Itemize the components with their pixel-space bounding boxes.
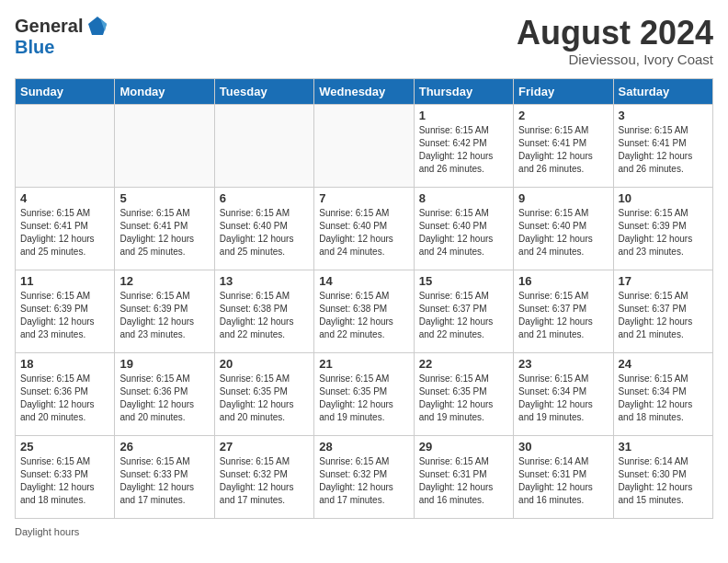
day-number: 12 [119,274,209,288]
calendar-day-cell: 29Sunrise: 6:15 AMSunset: 6:31 PMDayligh… [414,435,513,518]
calendar-day-cell: 7Sunrise: 6:15 AMSunset: 6:40 PMDaylight… [314,187,414,270]
day-number: 22 [419,357,508,371]
calendar-day-cell: 30Sunrise: 6:14 AMSunset: 6:31 PMDayligh… [514,435,613,518]
day-number: 9 [518,191,608,205]
day-info: Sunrise: 6:15 AMSunset: 6:37 PMDaylight:… [518,290,608,341]
day-info: Sunrise: 6:15 AMSunset: 6:31 PMDaylight:… [419,455,508,507]
day-number: 26 [119,440,209,454]
day-number: 5 [119,191,209,205]
day-number: 28 [319,440,408,454]
day-info: Sunrise: 6:15 AMSunset: 6:39 PMDaylight:… [119,290,209,341]
day-number: 8 [419,191,508,205]
calendar-day-cell [214,104,313,187]
day-number: 15 [419,274,508,288]
day-info: Sunrise: 6:15 AMSunset: 6:41 PMDaylight:… [619,124,708,176]
day-number: 29 [419,440,508,454]
day-info: Sunrise: 6:14 AMSunset: 6:30 PMDaylight:… [619,455,708,507]
day-number: 2 [518,109,608,122]
logo-blue-text: Blue [15,37,54,58]
calendar-day-cell: 5Sunrise: 6:15 AMSunset: 6:41 PMDaylight… [115,187,214,270]
calendar-day-header: Tuesday [214,78,313,104]
day-number: 25 [20,440,109,454]
calendar-day-cell: 18Sunrise: 6:15 AMSunset: 6:36 PMDayligh… [16,352,115,435]
day-info: Sunrise: 6:15 AMSunset: 6:40 PMDaylight:… [220,207,309,259]
day-number: 23 [518,357,608,371]
day-number: 31 [619,440,708,454]
calendar-day-cell: 12Sunrise: 6:15 AMSunset: 6:39 PMDayligh… [115,270,214,352]
day-info: Sunrise: 6:15 AMSunset: 6:35 PMDaylight:… [319,373,408,424]
calendar-day-cell: 10Sunrise: 6:15 AMSunset: 6:39 PMDayligh… [613,187,712,270]
calendar-week-row: 11Sunrise: 6:15 AMSunset: 6:39 PMDayligh… [16,270,713,352]
day-info: Sunrise: 6:15 AMSunset: 6:35 PMDaylight:… [220,373,309,424]
day-number: 1 [419,109,508,122]
footer-note: Daylight hours [15,526,713,537]
calendar-day-header: Saturday [613,78,712,104]
calendar-day-cell: 15Sunrise: 6:15 AMSunset: 6:37 PMDayligh… [414,270,513,352]
day-info: Sunrise: 6:15 AMSunset: 6:41 PMDaylight:… [119,207,209,259]
day-info: Sunrise: 6:15 AMSunset: 6:33 PMDaylight:… [20,455,109,507]
title-section: August 2024 Dieviessou, Ivory Coast [517,15,713,67]
logo-general-text: General [15,16,83,37]
day-info: Sunrise: 6:15 AMSunset: 6:32 PMDaylight:… [319,455,408,507]
calendar-day-header: Friday [514,78,613,104]
calendar-day-cell [314,104,414,187]
calendar-day-cell: 3Sunrise: 6:15 AMSunset: 6:41 PMDaylight… [613,104,712,187]
day-info: Sunrise: 6:15 AMSunset: 6:39 PMDaylight:… [619,207,708,259]
calendar-day-header: Sunday [16,78,115,104]
calendar-day-cell: 20Sunrise: 6:15 AMSunset: 6:35 PMDayligh… [214,352,313,435]
calendar-day-cell: 21Sunrise: 6:15 AMSunset: 6:35 PMDayligh… [314,352,414,435]
calendar-day-cell: 6Sunrise: 6:15 AMSunset: 6:40 PMDaylight… [214,187,313,270]
calendar-table: SundayMondayTuesdayWednesdayThursdayFrid… [15,78,713,519]
calendar-day-header: Wednesday [314,78,414,104]
calendar-day-cell: 25Sunrise: 6:15 AMSunset: 6:33 PMDayligh… [16,435,115,518]
day-number: 30 [518,440,608,454]
calendar-day-cell: 19Sunrise: 6:15 AMSunset: 6:36 PMDayligh… [115,352,214,435]
day-info: Sunrise: 6:15 AMSunset: 6:41 PMDaylight:… [20,207,109,259]
calendar-day-header: Monday [115,78,214,104]
day-number: 7 [319,191,408,205]
day-info: Sunrise: 6:15 AMSunset: 6:32 PMDaylight:… [220,455,309,507]
day-number: 3 [619,109,708,122]
day-number: 17 [619,274,708,288]
day-info: Sunrise: 6:15 AMSunset: 6:36 PMDaylight:… [20,373,109,424]
calendar-day-cell: 13Sunrise: 6:15 AMSunset: 6:38 PMDayligh… [214,270,313,352]
calendar-day-cell: 28Sunrise: 6:15 AMSunset: 6:32 PMDayligh… [314,435,414,518]
calendar-header-row: SundayMondayTuesdayWednesdayThursdayFrid… [16,78,713,104]
day-number: 27 [220,440,309,454]
calendar-day-cell: 8Sunrise: 6:15 AMSunset: 6:40 PMDaylight… [414,187,513,270]
calendar-day-cell: 27Sunrise: 6:15 AMSunset: 6:32 PMDayligh… [214,435,313,518]
day-info: Sunrise: 6:14 AMSunset: 6:31 PMDaylight:… [518,455,608,507]
day-number: 19 [119,357,209,371]
calendar-week-row: 25Sunrise: 6:15 AMSunset: 6:33 PMDayligh… [16,435,713,518]
day-number: 10 [619,191,708,205]
day-number: 24 [619,357,708,371]
calendar-week-row: 18Sunrise: 6:15 AMSunset: 6:36 PMDayligh… [16,352,713,435]
day-number: 18 [20,357,109,371]
day-info: Sunrise: 6:15 AMSunset: 6:39 PMDaylight:… [20,290,109,341]
calendar-day-cell: 9Sunrise: 6:15 AMSunset: 6:40 PMDaylight… [514,187,613,270]
day-info: Sunrise: 6:15 AMSunset: 6:35 PMDaylight:… [419,373,508,424]
day-number: 20 [220,357,309,371]
calendar-day-cell: 17Sunrise: 6:15 AMSunset: 6:37 PMDayligh… [613,270,712,352]
day-number: 4 [20,191,109,205]
day-info: Sunrise: 6:15 AMSunset: 6:37 PMDaylight:… [419,290,508,341]
calendar-day-header: Thursday [414,78,513,104]
calendar-week-row: 1Sunrise: 6:15 AMSunset: 6:42 PMDaylight… [16,104,713,187]
calendar-week-row: 4Sunrise: 6:15 AMSunset: 6:41 PMDaylight… [16,187,713,270]
calendar-day-cell: 22Sunrise: 6:15 AMSunset: 6:35 PMDayligh… [414,352,513,435]
calendar-day-cell: 14Sunrise: 6:15 AMSunset: 6:38 PMDayligh… [314,270,414,352]
day-info: Sunrise: 6:15 AMSunset: 6:34 PMDaylight:… [518,373,608,424]
day-number: 21 [319,357,408,371]
calendar-day-cell [115,104,214,187]
day-number: 16 [518,274,608,288]
month-year-title: August 2024 [517,15,713,52]
calendar-day-cell: 4Sunrise: 6:15 AMSunset: 6:41 PMDaylight… [16,187,115,270]
day-info: Sunrise: 6:15 AMSunset: 6:41 PMDaylight:… [518,124,608,176]
day-number: 14 [319,274,408,288]
day-info: Sunrise: 6:15 AMSunset: 6:38 PMDaylight:… [220,290,309,341]
day-info: Sunrise: 6:15 AMSunset: 6:37 PMDaylight:… [619,290,708,341]
logo-icon [86,15,108,37]
day-info: Sunrise: 6:15 AMSunset: 6:33 PMDaylight:… [119,455,209,507]
calendar-day-cell: 26Sunrise: 6:15 AMSunset: 6:33 PMDayligh… [115,435,214,518]
day-info: Sunrise: 6:15 AMSunset: 6:36 PMDaylight:… [119,373,209,424]
